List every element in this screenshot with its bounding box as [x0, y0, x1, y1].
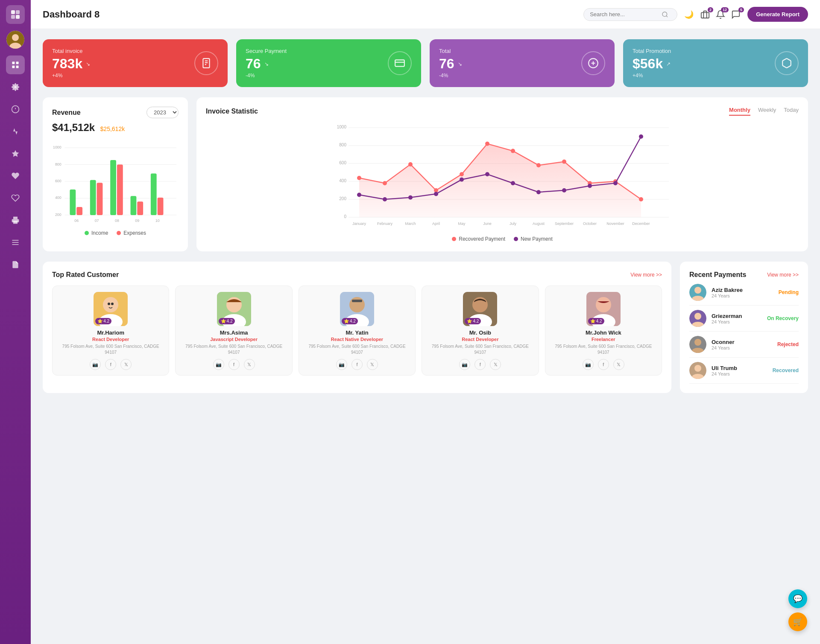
payments-title: Recent Payments: [689, 271, 746, 279]
sidebar-item-heart[interactable]: [6, 166, 25, 185]
tab-monthly[interactable]: Monthly: [729, 107, 750, 116]
svg-text:January: January: [352, 221, 366, 226]
generate-report-button[interactable]: Generate Report: [747, 7, 808, 22]
svg-point-83: [408, 162, 413, 166]
svg-text:May: May: [458, 221, 466, 226]
facebook-icon[interactable]: f: [474, 359, 486, 370]
svg-text:800: 800: [339, 143, 346, 147]
search-box[interactable]: [583, 8, 677, 21]
svg-point-104: [639, 134, 643, 139]
customer-address: 795 Folsom Ave, Suite 600 San Francisco,…: [303, 344, 411, 356]
customer-avatar: ⭐ 4.2: [586, 292, 621, 326]
sidebar-item-document[interactable]: [6, 255, 25, 274]
twitter-icon[interactable]: 𝕏: [367, 359, 378, 370]
revenue-legend: Income Expenses: [52, 230, 179, 236]
sidebar-item-info[interactable]: [6, 100, 25, 119]
twitter-icon[interactable]: 𝕏: [244, 359, 255, 370]
tab-today[interactable]: Today: [784, 107, 799, 116]
instagram-icon[interactable]: 📷: [583, 359, 594, 370]
instagram-icon[interactable]: 📷: [459, 359, 470, 370]
cart-fab[interactable]: 🛒: [788, 612, 807, 631]
svg-rect-26: [395, 60, 404, 66]
twitter-icon[interactable]: 𝕏: [120, 359, 132, 370]
stat-change-payment: -4%: [246, 73, 287, 79]
instagram-icon[interactable]: 📷: [213, 359, 224, 370]
instagram-icon[interactable]: 📷: [336, 359, 347, 370]
svg-rect-50: [131, 196, 137, 215]
payment-name: Oconner: [712, 339, 772, 345]
payment-status: Recovered: [773, 367, 799, 373]
stat-label-payment: Secure Payment: [246, 48, 287, 54]
avatar[interactable]: [6, 31, 24, 49]
svg-rect-3: [16, 15, 20, 19]
support-fab[interactable]: 💬: [788, 589, 807, 608]
sidebar-item-menu[interactable]: [6, 233, 25, 252]
list-item: ⭐ 4.2 Mr.Hariom React Developer 795 Fols…: [52, 286, 169, 376]
invoice-card: Invoice Statistic Monthly Weekly Today: [196, 97, 808, 251]
sidebar-item-settings[interactable]: [6, 78, 25, 96]
payment-age: 24 Years: [712, 345, 772, 350]
svg-point-94: [383, 197, 387, 201]
twitter-icon[interactable]: 𝕏: [613, 359, 624, 370]
svg-rect-7: [12, 62, 15, 64]
wallet-icon-btn[interactable]: 2: [700, 10, 710, 19]
svg-text:1000: 1000: [337, 125, 347, 129]
customer-avatar: ⭐ 4.2: [340, 292, 374, 326]
year-select[interactable]: 2023 2022 2021: [146, 107, 179, 118]
sidebar-item-print[interactable]: [6, 211, 25, 230]
facebook-icon[interactable]: f: [228, 359, 240, 370]
sidebar-item-analytics[interactable]: [6, 122, 25, 141]
tab-weekly[interactable]: Weekly: [758, 107, 776, 116]
sidebar-item-heart2[interactable]: [6, 189, 25, 207]
facebook-icon[interactable]: f: [598, 359, 609, 370]
sidebar-item-dashboard[interactable]: [6, 55, 25, 74]
customer-avatar: ⭐ 4.2: [463, 292, 497, 326]
facebook-icon[interactable]: f: [351, 359, 363, 370]
svg-rect-44: [90, 180, 96, 215]
customer-role: Javascript Developer: [180, 337, 287, 342]
payment-age: 24 Years: [712, 319, 762, 324]
twitter-icon[interactable]: 𝕏: [490, 359, 501, 370]
search-icon: [662, 11, 668, 18]
svg-point-82: [383, 181, 387, 185]
svg-rect-1: [16, 10, 20, 14]
payments-view-more[interactable]: View more >>: [767, 272, 799, 278]
svg-text:August: August: [533, 221, 545, 226]
rating-badge: ⭐ 4.2: [342, 318, 358, 324]
list-item: ⭐ 4.2 Mr.John Wick Freelancer 795 Folsom…: [545, 286, 662, 376]
stat-trend-invoice: ↘: [86, 61, 90, 67]
revenue-sub: $25,612k: [100, 125, 125, 132]
fab-container: 💬 🛒: [788, 589, 807, 631]
sidebar-logo[interactable]: [6, 5, 25, 24]
facebook-icon[interactable]: f: [105, 359, 116, 370]
customers-view-more[interactable]: View more >>: [630, 272, 662, 278]
stat-value-invoice: 783k: [52, 56, 82, 72]
chat-icon-btn[interactable]: 5: [731, 10, 741, 19]
customer-role: React Developer: [426, 337, 534, 342]
svg-point-121: [596, 297, 611, 312]
payments-card: Recent Payments View more >> Aziz Bakree…: [680, 262, 808, 393]
rating-badge: ⭐ 4.2: [465, 318, 481, 324]
bell-icon-btn[interactable]: 12: [716, 10, 725, 19]
svg-rect-10: [16, 66, 19, 68]
stat-value-promotion: $56k: [633, 56, 663, 72]
revenue-amount: $41,512k: [52, 122, 95, 133]
customer-address: 795 Folsom Ave, Suite 600 San Francisco,…: [180, 344, 287, 356]
sidebar-item-favorites[interactable]: [6, 144, 25, 163]
svg-rect-21: [701, 12, 709, 18]
svg-point-86: [485, 142, 489, 146]
chat-badge: 5: [738, 7, 744, 12]
search-input[interactable]: [590, 11, 658, 17]
customer-name: Mr. Osib: [426, 329, 534, 336]
svg-point-19: [662, 12, 667, 17]
instagram-icon[interactable]: 📷: [90, 359, 101, 370]
customer-address: 795 Folsom Ave, Suite 600 San Francisco,…: [426, 344, 534, 356]
payment-status: Pending: [779, 289, 799, 295]
stat-change-invoice: +4%: [52, 73, 90, 79]
svg-point-98: [485, 172, 489, 176]
customers-grid: ⭐ 4.2 Mr.Hariom React Developer 795 Fols…: [52, 286, 662, 376]
night-mode-icon[interactable]: 🌙: [684, 10, 694, 19]
payment-name: Uli Trumb: [712, 365, 767, 371]
svg-text:June: June: [483, 221, 492, 226]
svg-point-87: [511, 149, 515, 153]
